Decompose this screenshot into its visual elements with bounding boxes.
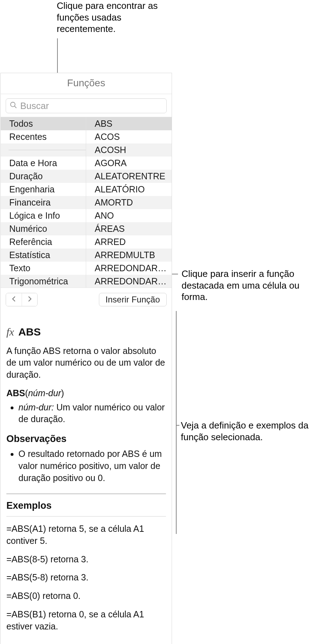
category-item[interactable]: Texto xyxy=(1,262,86,275)
example-item: =ABS(0) retorna 0. xyxy=(6,590,166,602)
function-item[interactable]: ÁREAS xyxy=(86,222,172,235)
nav-back-button[interactable] xyxy=(6,293,22,306)
function-name: ABS xyxy=(18,325,41,339)
fx-icon: fx xyxy=(6,325,14,339)
category-item-recentes[interactable]: Recentes xyxy=(1,130,86,143)
signature-fn: ABS xyxy=(6,388,25,398)
search-box[interactable] xyxy=(6,98,167,113)
example-item: =ABS(A1) retorna 5, se a célula A1 conti… xyxy=(6,523,166,547)
callout-insert: Clique para inserir a função destacada e… xyxy=(182,268,309,303)
function-item[interactable]: AGORA xyxy=(86,157,172,170)
category-item[interactable]: Referência xyxy=(1,235,86,249)
callout-detail-line-h xyxy=(177,425,179,426)
function-item[interactable]: ARREDONDAR.PA... xyxy=(86,275,172,288)
example-item: =ABS(8-5) retorna 3. xyxy=(6,553,166,566)
search-icon xyxy=(10,100,17,111)
nav-forward-button[interactable] xyxy=(22,293,37,306)
search-row xyxy=(1,94,172,117)
category-item-todos[interactable]: Todos xyxy=(1,117,86,130)
category-item[interactable]: Lógica e Info xyxy=(1,209,86,222)
chevron-left-icon xyxy=(11,296,16,304)
divider-thin xyxy=(6,516,166,517)
function-item[interactable]: AMORTD xyxy=(86,196,172,209)
function-item[interactable]: ANO xyxy=(86,209,172,222)
browser-columns: Todos Recentes Data e Hora Duração Engen… xyxy=(1,117,172,288)
function-item-abs[interactable]: ABS xyxy=(86,117,172,130)
svg-line-1 xyxy=(15,106,17,108)
function-item[interactable]: ACOS xyxy=(86,130,172,143)
callout-detail: Veja a definição e exemplos da função se… xyxy=(181,420,308,443)
function-title: fx ABS xyxy=(6,325,166,339)
category-item[interactable]: Numérico xyxy=(1,222,86,235)
example-item: =ABS(5-8) retorna 3. xyxy=(6,572,166,584)
signature-arg: núm-dur xyxy=(28,388,61,398)
category-divider xyxy=(1,143,86,157)
category-item[interactable]: Data e Hora xyxy=(1,157,86,170)
panel-title: Funções xyxy=(1,73,172,94)
callout-recent: Clique para encontrar as funções usadas … xyxy=(57,0,163,35)
category-item[interactable]: Trigonométrica xyxy=(1,275,86,288)
toolbar: Inserir Função xyxy=(1,288,172,310)
divider-thick xyxy=(6,493,166,494)
search-input[interactable] xyxy=(20,100,163,111)
notes-heading: Observações xyxy=(6,432,166,445)
examples-heading: Exemplos xyxy=(6,499,166,512)
function-item[interactable]: ALEATÓRIO xyxy=(86,183,172,196)
function-list[interactable]: ABS ACOS ACOSH AGORA ALEATORENTRE ALEATÓ… xyxy=(86,117,172,288)
chevron-right-icon xyxy=(27,296,32,304)
argument-name: núm-dur: xyxy=(18,402,54,412)
category-item[interactable]: Duração xyxy=(1,170,86,183)
note-item: O resultado retornado por ABS é um valor… xyxy=(18,448,166,484)
function-item[interactable]: ALEATORENTRE xyxy=(86,170,172,183)
category-item[interactable]: Estatística xyxy=(1,249,86,262)
function-detail: fx ABS A função ABS retorna o valor abso… xyxy=(1,310,172,642)
function-item[interactable]: ARREDMULTB xyxy=(86,249,172,262)
function-item[interactable]: ARREDONDAR.PA... xyxy=(86,262,172,275)
function-item[interactable]: ACOSH xyxy=(86,143,172,157)
nav-buttons xyxy=(6,293,38,306)
function-item[interactable]: ARRED xyxy=(86,235,172,249)
insert-function-button[interactable]: Inserir Função xyxy=(99,293,167,306)
callout-detail-line-v xyxy=(176,311,177,534)
category-item[interactable]: Financeira xyxy=(1,196,86,209)
category-list[interactable]: Todos Recentes Data e Hora Duração Engen… xyxy=(1,117,86,288)
functions-panel: Funções Todos Recentes Data e Hora Duraç… xyxy=(0,73,172,644)
argument-item: núm-dur: Um valor numérico ou valor de d… xyxy=(18,402,166,426)
svg-point-0 xyxy=(11,102,15,107)
function-signature: ABS(núm-dur) xyxy=(6,387,166,399)
example-item: =ABS(B1) retorna 0, se a célula A1 estiv… xyxy=(6,608,166,633)
function-description: A função ABS retorna o valor absoluto de… xyxy=(6,345,166,381)
category-item[interactable]: Engenharia xyxy=(1,183,86,196)
